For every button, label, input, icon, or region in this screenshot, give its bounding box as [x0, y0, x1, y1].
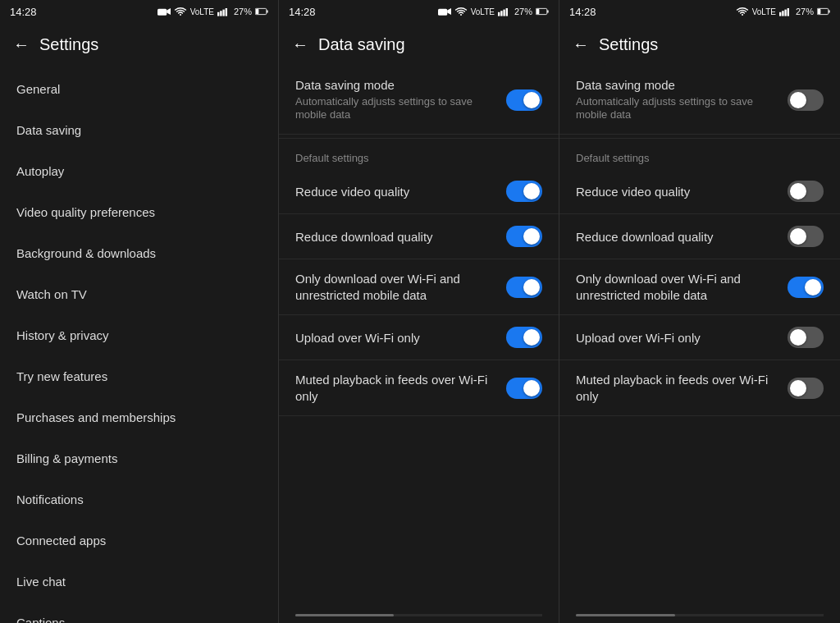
- toggle-row-middle-1: Reduce download quality: [279, 214, 559, 259]
- toggle-label-middle-3: Upload over Wi-Fi only: [295, 330, 496, 346]
- settings-item-connected[interactable]: Connected apps: [0, 520, 278, 561]
- wifi-icon-left: [174, 7, 187, 16]
- status-icons-left: VoLTE 27%: [158, 7, 268, 16]
- toggle-middle-3[interactable]: [506, 327, 542, 348]
- data-saving-mode-text-middle: Data saving mode Automatically adjusts s…: [295, 77, 496, 122]
- settings-item-bgdownloads[interactable]: Background & downloads: [0, 233, 278, 274]
- settings-item-newfeatures[interactable]: Try new features: [0, 356, 278, 397]
- signal-icon-left: [217, 7, 231, 16]
- toolbar-middle: ← Data saving: [279, 23, 559, 66]
- svg-rect-18: [779, 12, 781, 16]
- settings-item-watchtv[interactable]: Watch on TV: [0, 274, 278, 315]
- right-panel: 14:28 VoLTE 27% ← Settings Data saving m…: [559, 0, 840, 623]
- back-button-left[interactable]: ←: [13, 35, 30, 54]
- data-saving-mode-row-middle: Data saving mode Automatically adjusts s…: [279, 66, 559, 135]
- data-saving-mode-label-middle: Data saving mode: [295, 77, 496, 94]
- status-time-right: 14:28: [569, 6, 596, 18]
- battery-text-left: 27%: [234, 7, 252, 16]
- data-saving-mode-toggle-right[interactable]: [788, 89, 824, 111]
- settings-item-general[interactable]: General: [0, 69, 278, 110]
- toggle-row-middle-4: Muted playback in feeds over Wi-Fi only: [279, 360, 559, 416]
- back-button-right[interactable]: ←: [573, 35, 589, 54]
- scroll-indicator-middle: [279, 614, 559, 623]
- toggle-middle-1[interactable]: [506, 226, 542, 247]
- toggle-row-right-1: Reduce download quality: [559, 214, 840, 259]
- toggle-right-3[interactable]: [788, 327, 824, 348]
- signal-icon-middle: [498, 7, 511, 16]
- toggle-middle-2[interactable]: [506, 277, 542, 298]
- svg-rect-4: [222, 10, 224, 16]
- svg-rect-21: [788, 8, 789, 16]
- data-saving-mode-sub-right: Automatically adjusts settings to save m…: [576, 95, 778, 123]
- svg-rect-9: [438, 9, 447, 16]
- wifi-icon-middle: [454, 7, 468, 16]
- battery-text-right: 27%: [796, 7, 814, 16]
- toggle-middle-0[interactable]: [506, 181, 542, 202]
- signal-text-right: VoLTE: [752, 7, 776, 16]
- data-saving-mode-text-right: Data saving mode Automatically adjusts s…: [576, 77, 778, 122]
- settings-item-videoquality[interactable]: Video quality preferences: [0, 192, 278, 233]
- page-title-left: Settings: [39, 35, 98, 54]
- settings-item-datasaving[interactable]: Data saving: [0, 110, 278, 151]
- svg-marker-10: [447, 8, 451, 15]
- page-title-middle: Data saving: [318, 35, 405, 54]
- toggle-label-right-1: Reduce download quality: [576, 229, 778, 245]
- settings-item-livechat[interactable]: Live chat: [0, 561, 278, 602]
- settings-item-autoplay[interactable]: Autoplay: [0, 151, 278, 192]
- toggle-label-right-3: Upload over Wi-Fi only: [576, 330, 778, 346]
- battery-icon-right: [817, 7, 830, 16]
- toggle-label-right-4: Muted playback in feeds over Wi-Fi only: [576, 372, 778, 404]
- toggle-row-middle-0: Reduce video quality: [279, 169, 559, 214]
- camera-icon-left: [158, 7, 171, 16]
- settings-item-purchases[interactable]: Purchases and memberships: [0, 397, 278, 438]
- settings-item-billing[interactable]: Billing & payments: [0, 438, 278, 479]
- page-title-right: Settings: [599, 35, 658, 54]
- svg-rect-20: [784, 10, 786, 16]
- signal-text-left: VoLTE: [190, 7, 214, 16]
- svg-rect-24: [818, 9, 821, 14]
- toggle-right-2[interactable]: [788, 277, 824, 298]
- toggle-middle-4[interactable]: [506, 378, 542, 399]
- settings-list: General Data saving Autoplay Video quali…: [0, 66, 278, 623]
- data-saving-mode-toggle-middle[interactable]: [506, 89, 542, 111]
- svg-rect-3: [220, 11, 221, 16]
- data-saving-mode-label-right: Data saving mode: [576, 77, 778, 94]
- toggle-label-right-2: Only download over Wi-Fi and unrestricte…: [576, 271, 778, 303]
- toggle-label-middle-1: Reduce download quality: [295, 229, 496, 245]
- toggle-label-right-0: Reduce video quality: [576, 184, 778, 200]
- status-time-left: 14:28: [10, 6, 37, 18]
- camera-icon-middle: [438, 7, 451, 16]
- left-panel: 14:28 VoLTE 27% ← Settings General Data …: [0, 0, 279, 623]
- divider-middle-1: [279, 138, 559, 139]
- signal-text-middle: VoLTE: [471, 7, 495, 16]
- divider-right-1: [559, 138, 840, 139]
- toggle-row-right-2: Only download over Wi-Fi and unrestricte…: [559, 259, 840, 315]
- status-time-middle: 14:28: [289, 6, 316, 18]
- settings-item-history[interactable]: History & privacy: [0, 315, 278, 356]
- svg-rect-12: [500, 11, 502, 16]
- settings-item-notifications[interactable]: Notifications: [0, 479, 278, 520]
- svg-rect-19: [782, 11, 783, 16]
- svg-marker-1: [167, 8, 171, 15]
- wifi-icon-right: [736, 7, 749, 16]
- toggle-right-0[interactable]: [788, 181, 824, 202]
- toggle-row-right-4: Muted playback in feeds over Wi-Fi only: [559, 360, 840, 416]
- toggle-row-middle-3: Upload over Wi-Fi only: [279, 315, 559, 360]
- toggle-label-middle-4: Muted playback in feeds over Wi-Fi only: [295, 372, 496, 404]
- default-settings-label-right: Default settings: [559, 142, 840, 169]
- data-saving-mode-row-right: Data saving mode Automatically adjusts s…: [559, 66, 840, 135]
- toggle-label-middle-2: Only download over Wi-Fi and unrestricte…: [295, 271, 496, 303]
- svg-rect-7: [267, 10, 267, 13]
- status-icons-right: VoLTE 27%: [736, 7, 830, 16]
- svg-rect-17: [536, 9, 540, 14]
- battery-icon-left: [255, 7, 268, 16]
- toggle-right-1[interactable]: [788, 226, 824, 247]
- svg-rect-14: [506, 8, 508, 16]
- toolbar-right: ← Settings: [559, 23, 840, 66]
- middle-panel: 14:28 VoLTE 27% ← Data saving Data savin…: [279, 0, 559, 623]
- settings-item-captions[interactable]: Captions: [0, 602, 278, 623]
- toggle-right-4[interactable]: [788, 378, 824, 399]
- toggle-row-right-3: Upload over Wi-Fi only: [559, 315, 840, 360]
- battery-text-middle: 27%: [514, 7, 532, 16]
- back-button-middle[interactable]: ←: [292, 35, 308, 54]
